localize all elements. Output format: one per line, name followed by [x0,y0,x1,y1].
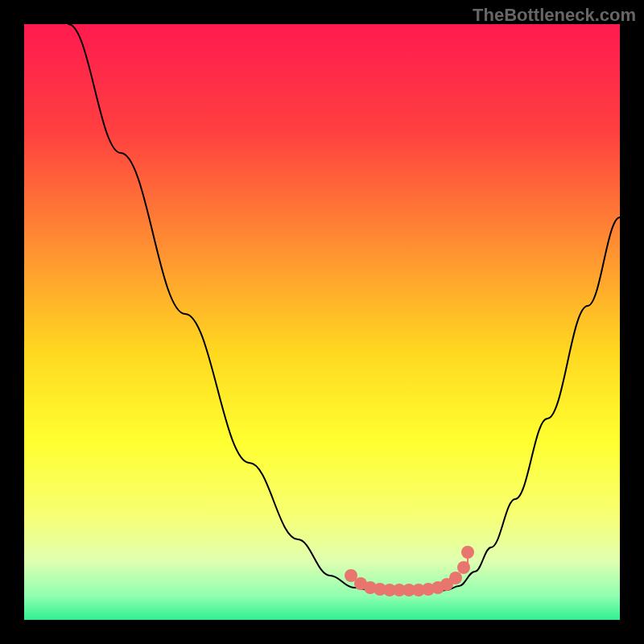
gradient-background [24,24,620,620]
chart-svg [24,24,620,620]
marker-cluster-point [449,572,462,584]
chart-frame: TheBottleneck.com [0,0,644,644]
watermark-text: TheBottleneck.com [473,5,636,26]
plot-area [24,24,620,620]
